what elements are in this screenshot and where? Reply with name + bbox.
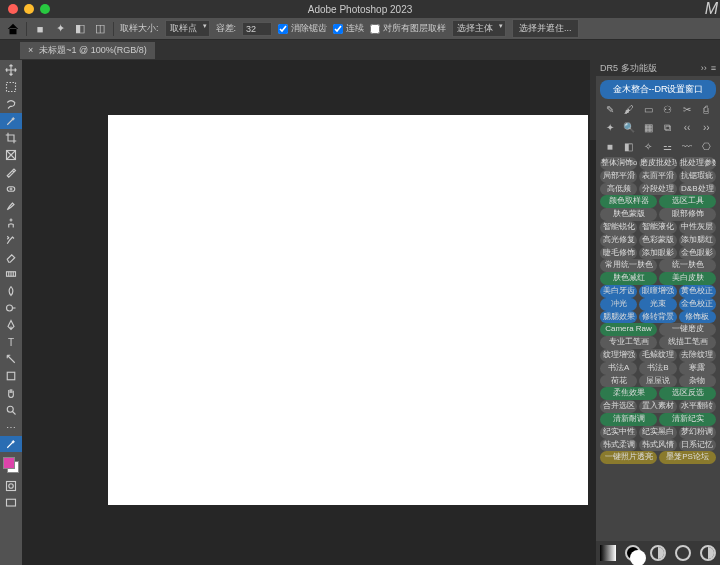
canvas[interactable] [108, 115, 588, 505]
action-btn-16-1[interactable]: 书法B [639, 362, 676, 375]
action-btn-23-0[interactable]: 一键照片透亮 [600, 451, 657, 464]
half-circle-icon[interactable] [650, 545, 666, 561]
action-btn-7-2[interactable]: 金色眼影 [679, 247, 716, 260]
action-btn-5-1[interactable]: 智能液化 [639, 221, 676, 234]
person-icon[interactable]: ⚇ [661, 104, 675, 115]
grid-icon[interactable]: ▦ [641, 122, 655, 134]
action-btn-15-2[interactable]: 去除纹理 [679, 349, 716, 362]
new-sel-icon[interactable]: ◧ [73, 22, 87, 36]
action-btn-3-2[interactable]: 选区工具 [659, 195, 716, 208]
mask-circle-icon[interactable] [625, 545, 641, 561]
action-btn-9-0[interactable]: 肤色减红 [600, 272, 657, 285]
gradient-tool-icon[interactable] [0, 266, 22, 282]
zoom-tool-icon[interactable] [0, 402, 22, 418]
gradient-icon[interactable]: ◧ [622, 141, 636, 152]
select-mask-button[interactable]: 选择并遮住... [512, 19, 579, 38]
action-btn-19-0[interactable]: 合并选区 [600, 400, 637, 413]
dodge-tool-icon[interactable] [0, 300, 22, 316]
action-btn-6-1[interactable]: 色彩蒙版 [639, 234, 676, 247]
action-btn-16-0[interactable]: 书法A [600, 362, 637, 375]
move-tool-icon[interactable] [0, 62, 22, 78]
search-icon[interactable]: 🔍 [622, 122, 636, 134]
action-btn-5-0[interactable]: 智能锐化 [600, 221, 637, 234]
path-tool-icon[interactable] [0, 351, 22, 367]
action-btn-12-0[interactable]: 腮腮效果 [600, 311, 637, 324]
tool-preset-icon[interactable]: ■ [33, 22, 47, 36]
home-icon[interactable] [6, 22, 20, 36]
action-btn-21-1[interactable]: 纪实黑白 [639, 426, 676, 439]
action-btn-14-0[interactable]: 专业工笔画 [600, 336, 657, 349]
all-layers-checkbox[interactable]: 对所有图层取样 [370, 22, 446, 35]
action-btn-12-2[interactable]: 修饰板 [679, 311, 716, 324]
adjust-icon[interactable]: ⎔ [699, 141, 713, 152]
action-btn-5-2[interactable]: 中性灰层 [679, 221, 716, 234]
action-btn-15-1[interactable]: 毛鲸纹理 [639, 349, 676, 362]
menu-icon[interactable]: ≡ [711, 63, 716, 73]
select-subject-dropdown[interactable]: 选择主体 [452, 20, 506, 37]
close-tab-icon[interactable]: × [28, 45, 33, 55]
action-btn-9-2[interactable]: 美白皮肤 [659, 272, 716, 285]
action-btn-13-0[interactable]: Camera Raw [600, 323, 657, 336]
eyedropper-icon[interactable]: ✎ [603, 104, 617, 115]
action-btn-22-1[interactable]: 韩式风情 [639, 439, 676, 452]
action-btn-19-2[interactable]: 水平翻转 [679, 400, 716, 413]
antialias-checkbox[interactable]: 消除锯齿 [278, 22, 327, 35]
type-tool-icon[interactable]: T [0, 334, 22, 350]
action-btn-11-0[interactable]: 冲光 [600, 298, 637, 311]
action-btn-17-0[interactable]: 荷花 [600, 375, 637, 388]
star-icon[interactable]: ✧ [641, 141, 655, 152]
action-btn-22-0[interactable]: 韩式柔调 [600, 439, 637, 452]
levels-icon[interactable]: ⚍ [661, 141, 675, 152]
pen-tool-icon[interactable] [0, 317, 22, 333]
action-btn-0-2[interactable]: 批处理参数 [679, 157, 716, 170]
lasso-tool-icon[interactable] [0, 96, 22, 112]
action-btn-16-2[interactable]: 寒露 [679, 362, 716, 375]
action-btn-20-0[interactable]: 清新耐调 [600, 413, 657, 426]
circle-icon[interactable] [675, 545, 691, 561]
action-btn-6-0[interactable]: 高光修复 [600, 234, 637, 247]
action-btn-0-0[interactable]: 整体润饰on [600, 157, 637, 170]
collapse-icon[interactable]: ›› [701, 63, 707, 73]
edit-toolbar-icon[interactable] [0, 436, 22, 452]
action-btn-15-0[interactable]: 纹理增强 [600, 349, 637, 362]
action-btn-1-0[interactable]: 局部平滑 [600, 170, 637, 183]
blur-tool-icon[interactable] [0, 283, 22, 299]
fill-icon[interactable]: ■ [603, 141, 617, 152]
color-swatch[interactable] [3, 457, 19, 473]
brush-icon[interactable]: 🖌 [622, 104, 636, 115]
stamp-icon[interactable]: ⎙ [699, 104, 713, 115]
tolerance-input[interactable] [242, 22, 272, 36]
history-brush-icon[interactable] [0, 232, 22, 248]
action-btn-23-2[interactable]: 墨笼PS论坛 [659, 451, 716, 464]
action-btn-17-2[interactable]: 杂物 [679, 375, 716, 388]
healing-tool-icon[interactable] [0, 181, 22, 197]
prev-icon[interactable]: ‹‹ [680, 122, 694, 134]
action-btn-7-0[interactable]: 睫毛修饰 [600, 247, 637, 260]
crop-icon[interactable]: ✂ [680, 104, 694, 115]
action-btn-14-2[interactable]: 线描工笔画 [659, 336, 716, 349]
action-btn-1-1[interactable]: 表面平滑 [639, 170, 676, 183]
panel-header[interactable]: DR5 多功能版 ››≡ [596, 60, 720, 76]
action-btn-0-1[interactable]: 磨皮批处理 [639, 157, 676, 170]
action-btn-18-2[interactable]: 选区反选 [659, 387, 716, 400]
action-btn-7-1[interactable]: 添加眼影 [639, 247, 676, 260]
marquee-tool-icon[interactable] [0, 79, 22, 95]
action-btn-8-0[interactable]: 常用统一肤色 [600, 259, 657, 272]
shape-tool-icon[interactable] [0, 368, 22, 384]
quickmask-icon[interactable] [0, 478, 22, 494]
maximize-window-icon[interactable] [40, 4, 50, 14]
frame-tool-icon[interactable] [0, 147, 22, 163]
wand-icon[interactable]: ✦ [53, 22, 67, 36]
action-btn-1-2[interactable]: 抗锯瑕疵 [679, 170, 716, 183]
grad-preview-icon[interactable] [600, 545, 616, 561]
action-btn-3-0[interactable]: 颜色取样器 [600, 195, 657, 208]
compare-icon[interactable]: ⧉ [661, 122, 675, 134]
action-btn-21-2[interactable]: 梦幻粉调 [679, 426, 716, 439]
wand-small-icon[interactable]: ✦ [603, 122, 617, 134]
action-btn-18-0[interactable]: 柔焦效果 [600, 387, 657, 400]
action-btn-17-1[interactable]: 屋屋说 [639, 375, 676, 388]
action-btn-2-0[interactable]: 高低频 [600, 183, 637, 196]
close-window-icon[interactable] [8, 4, 18, 14]
action-btn-22-2[interactable]: 日系记忆 [679, 439, 716, 452]
action-btn-20-2[interactable]: 清新纪实 [659, 413, 716, 426]
